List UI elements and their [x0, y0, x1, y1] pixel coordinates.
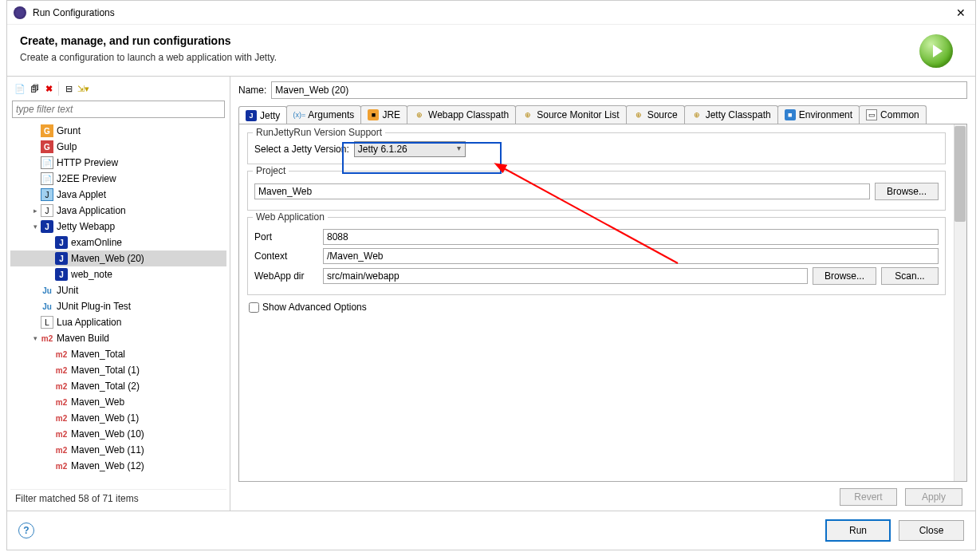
tab-common[interactable]: ▭Common: [859, 105, 927, 124]
context-label: Context: [254, 250, 318, 262]
close-button[interactable]: Close: [899, 520, 964, 541]
common-icon: ▭: [866, 109, 877, 120]
tree-item-maven-build[interactable]: ▾m2Maven Build: [10, 330, 226, 346]
tree-item-maven-total-1-[interactable]: m2Maven_Total (1): [10, 362, 226, 378]
tree-item-label: Maven Build: [57, 333, 109, 344]
tab-source-monitor-list[interactable]: ⊕Source Monitor List: [515, 105, 626, 124]
jetty-icon: J: [55, 268, 68, 281]
duplicate-config-icon[interactable]: 🗐: [28, 82, 41, 95]
footer: ? Run Close: [7, 511, 975, 550]
name-input[interactable]: [271, 81, 967, 99]
run-configurations-dialog: Run Configurations ✕ Create, manage, and…: [6, 0, 976, 550]
tree-item-jetty-webapp[interactable]: ▾JJetty Webapp: [10, 219, 226, 235]
jetty-version-select[interactable]: Jetty 6.1.26: [354, 141, 466, 157]
new-config-icon[interactable]: 📄: [14, 82, 26, 95]
help-icon[interactable]: ?: [18, 523, 34, 538]
tree-item-label: HTTP Preview: [57, 157, 118, 168]
window-title: Run Configurations: [33, 7, 953, 18]
cp-icon: ⊕: [414, 109, 425, 120]
tree-item-http-preview[interactable]: 📄HTTP Preview: [10, 155, 226, 171]
tab-jre[interactable]: ■JRE: [360, 105, 407, 124]
config-tree[interactable]: GGruntGGulp📄HTTP Preview📄J2EE PreviewJJa…: [10, 121, 226, 489]
jetty-icon: J: [55, 236, 68, 249]
expander-icon[interactable]: ▾: [30, 334, 41, 342]
tab-source[interactable]: ⊕Source: [626, 105, 685, 124]
expander-icon[interactable]: ▸: [30, 207, 41, 215]
m2-icon: m2: [55, 380, 68, 392]
tree-item-grunt[interactable]: GGrunt: [10, 123, 226, 139]
delete-config-icon[interactable]: ✖: [42, 82, 55, 95]
tree-item-maven-web-20-[interactable]: JMaven_Web (20): [10, 250, 226, 266]
tab-jetty[interactable]: JJetty: [238, 106, 287, 124]
tree-item-label: Jetty Webapp: [57, 221, 115, 232]
tree-item-junit[interactable]: JuJUnit: [10, 282, 226, 298]
tab-webapp-classpath[interactable]: ⊕Webapp Classpath: [407, 105, 516, 124]
tree-item-lua-application[interactable]: LLua Application: [10, 314, 226, 330]
tab-arguments[interactable]: (x)=Arguments: [286, 105, 361, 124]
tree-item-web-note[interactable]: Jweb_note: [10, 266, 226, 282]
header-title: Create, manage, and run configurations: [20, 34, 919, 47]
filter-input[interactable]: [12, 101, 225, 118]
tree-item-maven-total[interactable]: m2Maven_Total: [10, 346, 226, 362]
webapp-group: Web Application Port Context WebApp dir …: [247, 217, 946, 295]
tab-jetty-classpath[interactable]: ⊕Jetty Classpath: [684, 105, 778, 124]
tree-item-maven-web-1-[interactable]: m2Maven_Web (1): [10, 410, 226, 426]
expander-icon[interactable]: ▾: [30, 223, 41, 231]
tree-item-label: Java Applet: [57, 189, 106, 200]
tree-item-label: Java Application: [57, 205, 126, 216]
webappdir-browse-button[interactable]: Browse...: [813, 267, 876, 285]
name-row: Name:: [238, 81, 967, 99]
run-button[interactable]: Run: [825, 519, 891, 542]
tree-item-examonline[interactable]: JexamOnline: [10, 235, 226, 250]
tree-item-label: Maven_Web (12): [71, 460, 144, 471]
tree-item-java-application[interactable]: ▸JJava Application: [10, 203, 226, 219]
tree-item-maven-web-10-[interactable]: m2Maven_Web (10): [10, 426, 226, 442]
tree-item-java-applet[interactable]: JJava Applet: [10, 187, 226, 203]
m2-icon: m2: [55, 364, 68, 377]
tree-item-maven-total-2-[interactable]: m2Maven_Total (2): [10, 378, 226, 394]
grunt-icon: G: [41, 124, 53, 137]
m2-icon: m2: [55, 428, 68, 440]
tree-item-maven-web[interactable]: m2Maven_Web: [10, 394, 226, 410]
apply-button[interactable]: Apply: [905, 488, 962, 506]
jetty-icon: J: [41, 220, 53, 233]
m2-icon: m2: [55, 412, 68, 424]
header: Create, manage, and run configurations C…: [7, 25, 975, 76]
main-split: 📄 🗐 ✖ ⊟ ⇲▾ GGruntGGulp📄HTTP Preview📄J2EE…: [7, 76, 975, 511]
tree-item-label: Maven_Total (1): [71, 365, 140, 376]
applet-icon: J: [41, 188, 53, 201]
tree-item-maven-web-12-[interactable]: m2Maven_Web (12): [10, 458, 226, 474]
tree-item-label: Grunt: [57, 125, 81, 136]
collapse-all-icon[interactable]: ⊟: [62, 82, 75, 95]
tree-item-j2ee-preview[interactable]: 📄J2EE Preview: [10, 171, 226, 187]
tree-item-gulp[interactable]: GGulp: [10, 139, 226, 155]
project-input[interactable]: [254, 183, 870, 199]
project-browse-button[interactable]: Browse...: [875, 183, 939, 200]
show-advanced-checkbox[interactable]: [249, 302, 259, 313]
webappdir-scan-button[interactable]: Scan...: [881, 267, 939, 285]
show-advanced-label: Show Advanced Options: [262, 302, 367, 313]
tab-label: Jetty: [260, 110, 280, 121]
scrollbar[interactable]: [954, 124, 966, 481]
name-label: Name:: [238, 85, 266, 96]
m2-icon: m2: [41, 332, 53, 345]
tab-environment[interactable]: ■Environment: [777, 105, 860, 124]
m2-icon: m2: [55, 348, 68, 361]
j2ee-icon: 📄: [41, 172, 53, 185]
filter-dropdown-icon[interactable]: ⇲▾: [77, 82, 89, 95]
port-label: Port: [254, 231, 318, 243]
tab-label: Arguments: [308, 109, 354, 120]
close-icon[interactable]: ✕: [953, 5, 969, 21]
tree-item-label: Maven_Total: [71, 349, 125, 360]
context-input[interactable]: [323, 248, 939, 264]
tree-item-junit-plug-in-test[interactable]: JuJUnit Plug-in Test: [10, 298, 226, 314]
revert-button[interactable]: Revert: [840, 488, 897, 506]
port-input[interactable]: [323, 229, 939, 245]
tree-item-label: Maven_Total (2): [71, 381, 140, 392]
scrollbar-thumb[interactable]: [954, 126, 966, 222]
tree-item-label: Gulp: [57, 141, 77, 152]
webappdir-input[interactable]: [323, 268, 808, 284]
env-icon: ■: [785, 109, 796, 120]
tree-item-maven-web-11-[interactable]: m2Maven_Web (11): [10, 442, 226, 458]
gulp-icon: G: [41, 140, 53, 153]
